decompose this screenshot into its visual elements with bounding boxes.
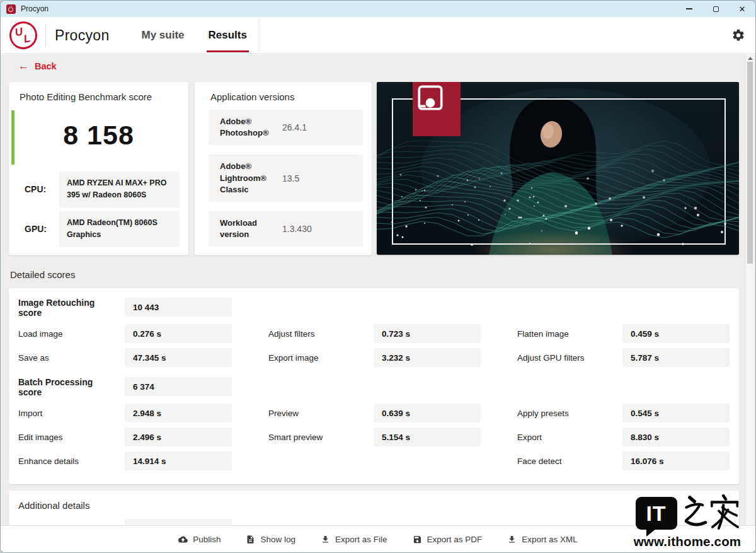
ithome-logo-text: IT — [646, 501, 666, 526]
cpu-value: AMD RYZEN AI MAX+ PRO 395 w/ Radeon 8060… — [59, 172, 180, 207]
score-value: 2.948 s — [125, 404, 232, 422]
hero-image — [377, 82, 739, 255]
version-value: 26.4.1 — [282, 116, 307, 139]
score-value: 8.830 s — [622, 428, 730, 446]
document-icon — [246, 535, 255, 544]
results-page: ← Back Photo Editing Benchmark score 8 1… — [1, 55, 755, 525]
score-value: 47.345 s — [125, 348, 232, 367]
app-brand: Procyon — [55, 27, 109, 44]
score-row: Import2.948 sPreview0.639 sApply presets… — [18, 404, 730, 422]
score-label: Flatten image — [517, 324, 622, 343]
score-label: Import — [18, 404, 125, 422]
close-icon: ✕ — [739, 5, 746, 13]
gpu-row: GPU: AMD Radeon(TM) 8060S Graphics — [9, 211, 180, 247]
version-row: Adobe® Photoshop®26.4.1 — [209, 110, 363, 145]
cpu-row: CPU: AMD RYZEN AI MAX+ PRO 395 w/ Radeon… — [9, 172, 180, 207]
score-value: 0.639 s — [374, 404, 481, 422]
score-row: Save as47.345 sExport image3.232 sAdjust… — [18, 348, 730, 367]
cloud-upload-icon — [178, 535, 188, 544]
back-label: Back — [35, 61, 57, 71]
score-label: Smart preview — [268, 428, 374, 446]
score-row: Image Retouching score10 443 — [18, 298, 730, 318]
window-title: Procyon — [21, 4, 49, 13]
application-versions-card: Application versions Adobe® Photoshop®26… — [195, 82, 372, 255]
score-label: Adjust GPU filters — [517, 348, 622, 367]
show-log-button-label: Show log — [260, 535, 295, 544]
ithome-url: www.ithome.com — [626, 534, 749, 549]
back-button[interactable]: ← Back — [18, 61, 57, 71]
score-label: Edit images — [18, 428, 125, 446]
version-label: Adobe® Lightroom® Classic — [220, 161, 282, 195]
score-row: Load image0.276 sAdjust filters0.723 sFl… — [18, 324, 730, 343]
nav-divider — [45, 24, 46, 47]
app-window: Procyon ✕ UL Procyon My suite Results ← … — [0, 0, 756, 553]
titlebar: Procyon ✕ — [1, 1, 755, 17]
version-label: Adobe® Photoshop® — [220, 116, 282, 139]
tab-my-suite[interactable]: My suite — [139, 17, 186, 54]
app-logo-icon — [6, 4, 16, 14]
benchmark-score-value: 8 158 — [9, 120, 188, 151]
score-label: Export — [517, 428, 622, 446]
score-label: Enhance details — [18, 451, 125, 470]
ithome-bubble-icon: IT — [636, 497, 677, 530]
gpu-value: AMD Radeon(TM) 8060S Graphics — [59, 211, 180, 247]
show-log-button[interactable]: Show log — [244, 535, 297, 544]
gear-icon[interactable] — [731, 28, 745, 42]
version-label: Workload version — [220, 218, 282, 240]
score-value: 2.496 s — [125, 428, 232, 446]
benchmark-score-card: Photo Editing Benchmark score 8 158 CPU:… — [9, 82, 188, 255]
versions-list: Adobe® Photoshop®26.4.1Adobe® Lightroom®… — [209, 110, 363, 247]
score-value: 0.276 s — [125, 324, 232, 343]
version-value: 13.5 — [282, 161, 299, 195]
score-row: Enhance details14.914 sFace detect16.076… — [18, 451, 730, 470]
vertical-scrollbar[interactable] — [745, 55, 754, 525]
export-pdf-button[interactable]: Export as PDF — [411, 535, 484, 544]
publish-button[interactable]: Publish — [177, 535, 222, 544]
minimize-button[interactable] — [676, 1, 702, 17]
detailed-scores-card: Image Retouching score10 443Load image0.… — [9, 288, 739, 484]
export-xml-button[interactable]: Export as XML — [506, 535, 579, 544]
export-pdf-button-label: Export as PDF — [427, 535, 483, 544]
score-label: Adjust filters — [268, 324, 374, 343]
publish-button-label: Publish — [193, 535, 220, 544]
score-label: Apply presets — [517, 404, 622, 422]
score-label: Export image — [268, 348, 374, 367]
score-value: 0.459 s — [622, 324, 730, 343]
score-value: 5.787 s — [622, 348, 730, 367]
procyon-photo-editing-badge-icon — [413, 82, 461, 136]
cpu-label: CPU: — [9, 172, 59, 207]
score-label: Preview — [268, 404, 374, 422]
nav-bar: UL Procyon My suite Results — [1, 17, 755, 54]
score-value: 16.076 s — [622, 451, 730, 470]
score-row: Batch Processing score6 374 — [18, 377, 730, 397]
scroll-up-icon[interactable] — [748, 57, 753, 60]
score-value: 6 374 — [125, 377, 232, 396]
download-icon — [507, 535, 517, 544]
version-row: Adobe® Lightroom® Classic13.5 — [209, 154, 363, 202]
version-value: 1.3.430 — [282, 218, 312, 240]
ithome-watermark: IT www.ithome.com — [626, 489, 749, 549]
score-label: Load image — [18, 324, 125, 343]
score-label: Batch Processing score — [18, 377, 125, 397]
gpu-label: GPU: — [9, 211, 59, 247]
score-value: 3.232 s — [374, 348, 481, 367]
save-icon — [413, 535, 422, 544]
score-label: Save as — [18, 348, 125, 367]
score-card-title: Photo Editing Benchmark score — [9, 82, 188, 102]
ithome-logo: IT — [626, 489, 749, 530]
maximize-button[interactable] — [702, 1, 729, 17]
back-arrow-icon: ← — [18, 61, 29, 71]
additional-details-clipped-value — [125, 519, 232, 525]
scrollbar-thumb[interactable] — [747, 62, 753, 264]
score-label: Face detect — [517, 451, 622, 470]
score-label: Image Retouching score — [18, 298, 125, 318]
minimize-icon — [686, 8, 692, 9]
export-file-button[interactable]: Export as File — [319, 535, 389, 544]
score-value: 0.545 s — [622, 404, 730, 422]
score-value: 10 443 — [125, 298, 232, 317]
version-row: Workload version1.3.430 — [209, 211, 363, 247]
close-button[interactable]: ✕ — [729, 1, 755, 17]
tab-results[interactable]: Results — [207, 17, 249, 54]
detailed-scores-grid: Image Retouching score10 443Load image0.… — [18, 298, 730, 470]
detailed-scores-heading: Detailed scores — [10, 269, 75, 280]
